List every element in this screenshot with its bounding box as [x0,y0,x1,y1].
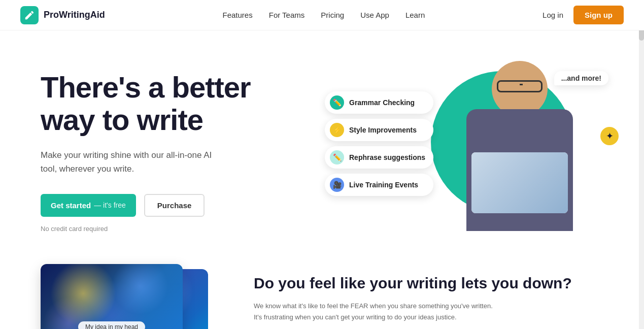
section2-body: We know what it's like to feel the FEAR … [254,301,497,323]
signup-button[interactable]: Sign up [573,6,624,24]
nav-for-teams[interactable]: For Teams [269,11,305,19]
rephrase-icon: ✏️ [330,150,344,164]
star-badge: ✦ [600,127,619,145]
hero-content: There's a better way to write Make your … [41,61,304,233]
nav-actions: Log in Sign up [543,6,624,24]
nav-learn[interactable]: Learn [405,11,425,19]
hero-cta-group: Get started — it's free Purchase [41,194,304,217]
card-front: My idea in my head [41,264,183,329]
feature-pills-container: ✏️ Grammar Checking ⚡ Style Improvements… [325,91,433,196]
section2-illustration: My idea in my head [41,264,213,329]
feature-pill-training: 🎥 Live Training Events [325,174,433,196]
hero-headline: There's a better way to write [41,71,304,136]
purchase-button[interactable]: Purchase [144,194,205,217]
section2-headline: Do you feel like your writing lets you d… [254,274,603,292]
navbar: ProWritingAid Features For Teams Pricing… [0,0,644,30]
section2-content: Do you feel like your writing lets you d… [254,264,603,323]
get-started-label: Get started [51,201,91,210]
person-illustration [456,61,583,234]
section2: My idea in my head Do you feel like your… [0,254,644,329]
person-glasses [497,80,543,92]
nav-features[interactable]: Features [223,11,253,19]
hero-subtext: Make your writing shine with our all-in-… [41,148,223,176]
brand-logo-icon [20,6,39,24]
nav-pricing[interactable]: Pricing [321,11,344,19]
feature-pill-grammar: ✏️ Grammar Checking [325,91,433,114]
hero-section: There's a better way to write Make your … [0,30,644,254]
more-bubble: ...and more! [554,71,608,85]
laptop [471,152,568,213]
grammar-icon: ✏️ [330,95,344,110]
more-label: ...and more! [561,74,601,82]
feature-pill-style: ⚡ Style Improvements [325,119,433,141]
style-icon: ⚡ [330,123,344,137]
nav-use-app[interactable]: Use App [360,11,389,19]
style-label: Style Improvements [349,126,417,134]
feature-pill-rephrase: ✏️ Rephrase suggestions [325,146,433,169]
training-icon: 🎥 [330,178,344,192]
get-started-button[interactable]: Get started — it's free [41,194,136,217]
free-label: — it's free [94,201,126,209]
nav-links: Features For Teams Pricing Use App Learn [223,11,425,20]
idea-label: My idea in my head [78,321,145,329]
brand-name: ProWritingAid [44,10,105,20]
rephrase-label: Rephrase suggestions [349,153,425,161]
starry-night-cards: My idea in my head [41,264,213,329]
brand-logo-link[interactable]: ProWritingAid [20,6,105,24]
no-cc-note: No credit card required [41,225,304,233]
grammar-label: Grammar Checking [349,98,415,107]
login-button[interactable]: Log in [543,11,563,19]
training-label: Live Training Events [349,181,418,189]
hero-illustration: ...and more! ✦ ✏️ Grammar Checking ⚡ Sty… [325,61,624,234]
